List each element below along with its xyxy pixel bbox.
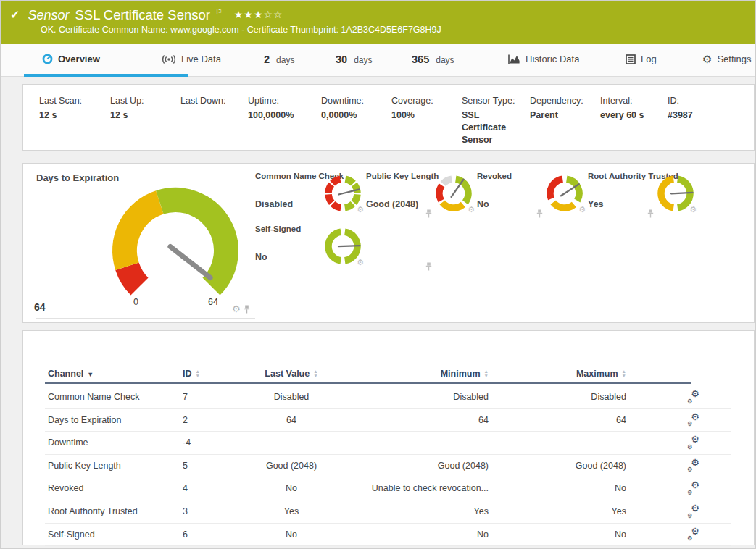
tab-label: Live Data xyxy=(181,54,221,64)
gear-icon[interactable]: ⚙ xyxy=(357,206,364,214)
gear-icon[interactable]: ⚙ xyxy=(357,259,364,267)
column-header-maximum[interactable]: Maximum▲▼ xyxy=(510,369,626,379)
info-label: Sensor Type: xyxy=(462,95,515,107)
mini-gauge-value: Yes xyxy=(588,199,604,209)
sensor-status-header: ✓ Sensor SSL Certificate Sensor ⚐ ★★★☆☆ … xyxy=(1,1,755,44)
gauge-icon xyxy=(42,54,53,64)
channel-maximum: No xyxy=(510,483,626,493)
channel-row-root-authority-trusted: Root Authority Trusted3YesYesYes⚙⚙ xyxy=(45,500,731,524)
channel-settings-icon[interactable]: ⚙⚙ xyxy=(686,482,699,495)
sort-desc-icon: ▼ xyxy=(87,371,94,378)
pin-icon[interactable] xyxy=(244,305,250,314)
channel-settings-icon[interactable]: ⚙⚙ xyxy=(686,460,699,472)
channel-name: Days to Expiration xyxy=(48,415,121,425)
info-value: 12 s xyxy=(110,109,144,122)
info-label: Uptime: xyxy=(248,95,294,107)
channel-id: -4 xyxy=(183,437,226,448)
info-field-dependency: Dependency:Parent xyxy=(530,95,583,122)
channel-settings-icon[interactable]: ⚙⚙ xyxy=(686,506,699,518)
channel-minimum: No xyxy=(300,529,489,540)
channel-name: Root Authority Trusted xyxy=(48,506,138,516)
sensor-title-row: ✓ Sensor SSL Certificate Sensor ⚐ ★★★☆☆ xyxy=(1,1,755,23)
historic-chart-icon xyxy=(508,54,520,64)
priority-flag-icon[interactable]: ⚐ xyxy=(215,7,223,17)
mini-gauge-title: Revoked xyxy=(477,172,512,180)
divider xyxy=(36,318,255,319)
status-ok-check-icon: ✓ xyxy=(10,8,20,22)
mini-gauge-cell-revoked: RevokedNo⚙ xyxy=(477,171,586,214)
channel-table-header: Channel▼ID▲▼Last Value▲▼Minimum▲▼Maximum… xyxy=(45,363,691,384)
channel-settings-icon[interactable]: ⚙⚙ xyxy=(686,437,699,449)
info-value: #3987 xyxy=(668,109,693,122)
info-label: Last Scan: xyxy=(39,95,82,107)
column-header-channel[interactable]: Channel▼ xyxy=(48,369,94,379)
mini-gauge-cell-root-authority-trusted: Root Authority TrustedYes⚙ xyxy=(588,171,697,214)
sort-both-icon: ▲▼ xyxy=(622,369,626,378)
tab-2-days[interactable]: 2days xyxy=(264,44,294,74)
info-value: Parent xyxy=(530,109,583,122)
stars-empty[interactable]: ☆☆ xyxy=(263,9,283,20)
channel-settings-icon[interactable]: ⚙⚙ xyxy=(686,529,699,541)
gear-icon: ⚙ xyxy=(687,421,693,427)
mini-gauge-actions: ⚙ xyxy=(578,206,586,214)
tab-settings[interactable]: ⚙Settings xyxy=(702,44,751,74)
tab-live-data[interactable]: Live Data xyxy=(162,44,221,74)
mini-gauge-cell-public-key-length: Public Key LengthGood (2048)⚙ xyxy=(366,171,475,214)
sensor-title: SSL Certificate Sensor xyxy=(75,7,209,23)
channel-settings-icon[interactable]: ⚙⚙ xyxy=(686,391,699,403)
gear-icon: ⚙ xyxy=(687,513,693,519)
column-label: ID xyxy=(183,369,192,379)
pin-icon[interactable] xyxy=(425,262,432,271)
log-icon xyxy=(626,54,636,64)
prtg-sensor-page: ✓ Sensor SSL Certificate Sensor ⚐ ★★★☆☆ … xyxy=(0,0,756,549)
active-tab-underline xyxy=(24,74,188,77)
info-label: Interval: xyxy=(600,95,644,107)
channel-row-self-signed: Self-Signed6NoNoNo⚙⚙ xyxy=(45,524,731,547)
gear-icon[interactable]: ⚙ xyxy=(232,304,241,314)
column-label: Maximum xyxy=(576,369,618,379)
channel-minimum: Disabled xyxy=(300,392,489,402)
tab-number: 365 xyxy=(412,54,429,65)
gear-icon: ⚙ xyxy=(687,466,693,473)
channel-name: Common Name Check xyxy=(48,392,139,402)
main-gauge-current-value: 64 xyxy=(34,301,46,313)
gear-icon: ⚙ xyxy=(687,398,693,405)
tab-number: 2 xyxy=(264,54,270,65)
channel-minimum: Yes xyxy=(300,506,489,516)
channel-row-days-to-expiration: Days to Expiration2646464⚙⚙ xyxy=(45,409,731,432)
tab-log[interactable]: Log xyxy=(626,44,657,74)
tab-365-days[interactable]: 365days xyxy=(412,44,454,74)
gear-icon[interactable]: ⚙ xyxy=(468,206,475,214)
channel-row-common-name-check: Common Name Check7DisabledDisabledDisabl… xyxy=(45,386,731,409)
stars-filled[interactable]: ★★★ xyxy=(234,9,264,20)
channel-table-panel: Channel▼ID▲▼Last Value▲▼Minimum▲▼Maximum… xyxy=(22,330,755,545)
main-gauge-scale-min: 0 xyxy=(133,297,138,307)
tab-historic-data[interactable]: Historic Data xyxy=(508,44,579,74)
info-field-interval: Interval:every 60 s xyxy=(600,95,644,122)
info-value: 100% xyxy=(391,109,433,122)
priority-stars[interactable]: ★★★☆☆ xyxy=(234,9,283,20)
channel-maximum: No xyxy=(510,529,626,540)
column-header-minimum[interactable]: Minimum▲▼ xyxy=(300,369,489,379)
info-label: Last Up: xyxy=(110,95,144,107)
channel-minimum: Unable to check revocation... xyxy=(300,483,489,493)
broadcast-icon xyxy=(162,54,176,64)
tab-label: Settings xyxy=(717,54,751,64)
sensor-info-panel: Last Scan:12 sLast Up:12 sLast Down:Upti… xyxy=(22,84,755,151)
tab-30-days[interactable]: 30days xyxy=(336,44,373,74)
info-label: Last Down: xyxy=(180,95,226,107)
gear-icon: ⚙ xyxy=(702,54,712,64)
main-gauge-scale-max: 64 xyxy=(208,297,218,307)
info-field-last-up: Last Up:12 s xyxy=(110,95,144,122)
tab-overview[interactable]: Overview xyxy=(42,44,100,74)
channel-settings-icon[interactable]: ⚙⚙ xyxy=(686,414,699,427)
info-label: ID: xyxy=(668,95,693,107)
info-field-sensor-type: Sensor Type:SSL Certificate Sensor xyxy=(462,95,515,146)
channel-minimum: 64 xyxy=(300,415,489,425)
tab-number: 30 xyxy=(336,54,347,65)
tab-bar: OverviewLive Data2days30days365daysHisto… xyxy=(1,44,755,77)
gear-icon[interactable]: ⚙ xyxy=(689,206,697,214)
channel-maximum: Yes xyxy=(510,506,626,516)
gear-icon[interactable]: ⚙ xyxy=(578,206,586,214)
mini-gauge-title: Public Key Length xyxy=(366,172,439,180)
